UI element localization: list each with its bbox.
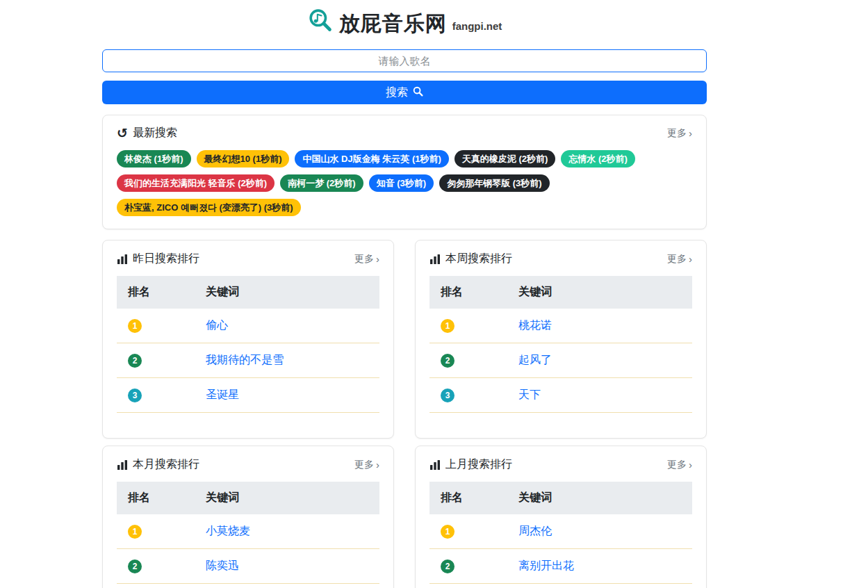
rank-badge: 2 [441, 354, 455, 368]
latest-search-card: ↺ 最新搜索 更多 › 林俊杰 (1秒前) 最终幻想10 (1秒前) 中国山水 … [102, 115, 707, 229]
ranking-card-header: 昨日搜索排行 更多 › [117, 252, 379, 266]
search-tag[interactable]: 知音 (3秒前) [369, 174, 434, 192]
search-tag[interactable]: 最终幻想10 (1秒前) [197, 150, 290, 168]
keyword-link[interactable]: 离别开出花 [518, 560, 574, 571]
chevron-right-icon: › [689, 254, 692, 264]
table-row: 3 天下 [429, 378, 692, 413]
search-tag[interactable]: 南柯一梦 (2秒前) [280, 174, 363, 192]
more-label: 更多 [354, 459, 374, 471]
keyword-link[interactable]: 起风了 [518, 354, 552, 366]
ranking-card-this-week: 本周搜索排行 更多 › 排名 关键词 1 桃花诺 [415, 240, 707, 439]
ranking-table: 排名 关键词 1 桃花诺 2 起风了 3 天下 [429, 276, 692, 413]
keyword-cell: 离别开出花 [507, 549, 692, 584]
keyword-cell: 姑娘别哭泣 [195, 584, 379, 588]
keyword-link[interactable]: 陈奕迅 [206, 560, 239, 571]
keyword-link[interactable]: 天下 [518, 389, 541, 400]
keyword-cell: 偷心 [195, 309, 379, 343]
table-row: 3 圣诞星 [117, 378, 379, 413]
chevron-right-icon: › [689, 459, 692, 470]
page: 放屁音乐网 fangpi.net 搜索 ↺ 最新搜索 更多 › 林俊杰 (1秒前… [102, 0, 707, 588]
ranking-more-link[interactable]: 更多 › [354, 459, 379, 471]
ranking-card-last-month: 上月搜索排行 更多 › 排名 关键词 1 周杰伦 [415, 446, 707, 588]
ranking-card-title: 上月搜索排行 [429, 457, 512, 472]
search-button[interactable]: 搜索 [102, 81, 707, 104]
keyword-link[interactable]: 圣诞星 [206, 389, 239, 400]
table-row: 1 偷心 [117, 309, 379, 343]
latest-search-tags: 林俊杰 (1秒前) 最终幻想10 (1秒前) 中国山水 DJ版金梅 朱云英 (1… [117, 150, 692, 216]
rank-cell: 3 [117, 378, 195, 413]
keyword-cell: 我期待的不是雪 [195, 343, 379, 378]
search-tag[interactable]: 林俊杰 (1秒前) [117, 150, 191, 168]
search-tag[interactable]: 忘情水 (2秒前) [561, 150, 635, 168]
search-tag[interactable]: 中国山水 DJ版金梅 朱云英 (1秒前) [295, 150, 448, 168]
rank-cell: 2 [429, 343, 507, 378]
rank-cell: 2 [429, 549, 507, 584]
site-header: 放屁音乐网 fangpi.net [102, 6, 707, 37]
rank-cell: 3 [429, 378, 507, 413]
keyword-link[interactable]: 周杰伦 [518, 525, 552, 537]
bar-chart-icon [429, 459, 441, 471]
ranking-card-header: 本周搜索排行 更多 › [429, 252, 692, 266]
keyword-cell: 陈奕迅 [195, 549, 379, 584]
ranking-card-yesterday: 昨日搜索排行 更多 › 排名 关键词 1 偷心 [102, 240, 394, 439]
search-tag[interactable]: 天真的橡皮泥 (2秒前) [455, 150, 556, 168]
ranking-more-link[interactable]: 更多 › [667, 253, 692, 266]
ranking-card-title-text: 上月搜索排行 [445, 457, 512, 472]
table-row: 2 我期待的不是雪 [117, 343, 379, 378]
rank-badge: 1 [128, 319, 142, 333]
rank-cell: 3 [429, 584, 507, 588]
more-label: 更多 [667, 127, 687, 140]
rank-badge: 1 [441, 319, 455, 333]
keyword-link[interactable]: 桃花诺 [518, 319, 552, 331]
keyword-link[interactable]: 我期待的不是雪 [206, 354, 284, 366]
more-label: 更多 [354, 253, 374, 266]
ranking-more-link[interactable]: 更多 › [667, 459, 692, 471]
latest-search-title: ↺ 最新搜索 [117, 126, 177, 140]
rank-cell: 1 [429, 514, 507, 549]
chevron-right-icon: › [689, 128, 692, 138]
rank-cell: 2 [117, 343, 195, 378]
table-row: 2 起风了 [429, 343, 692, 378]
rank-cell: 1 [117, 309, 195, 343]
rank-column-header: 排名 [429, 276, 507, 309]
rank-badge: 1 [128, 525, 142, 539]
site-domain: fangpi.net [452, 20, 502, 32]
search-input[interactable] [102, 49, 707, 72]
rank-cell: 3 [117, 584, 195, 588]
keyword-link[interactable]: 偷心 [206, 319, 228, 331]
keyword-link[interactable]: 小莫烧麦 [206, 525, 250, 537]
keyword-cell: 周杰伦 [507, 514, 692, 549]
bar-chart-icon [429, 254, 441, 265]
table-row: 1 周杰伦 [429, 514, 692, 549]
more-label: 更多 [667, 253, 687, 266]
latest-more-link[interactable]: 更多 › [667, 127, 692, 140]
keyword-cell: 圣诞星 [195, 378, 379, 413]
search-tag[interactable]: 我们的生活充满阳光 轻音乐 (2秒前) [117, 174, 275, 192]
rank-badge: 1 [441, 525, 455, 539]
history-icon: ↺ [117, 126, 128, 140]
ranking-card-title: 昨日搜索排行 [117, 252, 199, 266]
rank-cell: 1 [429, 309, 507, 343]
ranking-more-link[interactable]: 更多 › [354, 253, 379, 266]
ranking-table: 排名 关键词 1 小莫烧麦 2 陈奕迅 3 姑娘别哭泣 [117, 482, 379, 588]
rank-column-header: 排名 [117, 276, 195, 309]
ranking-card-title-text: 本月搜索排行 [133, 457, 199, 472]
ranking-card-this-month: 本月搜索排行 更多 › 排名 关键词 1 小莫烧麦 [102, 446, 394, 588]
ranking-card-title: 本周搜索排行 [429, 252, 512, 266]
ranking-card-title-text: 昨日搜索排行 [133, 252, 199, 266]
ranking-table: 排名 关键词 1 周杰伦 2 离别开出花 3 圣诞星 [429, 482, 692, 588]
search-tag[interactable]: 匆匆那年钢琴版 (3秒前) [439, 174, 550, 192]
chevron-right-icon: › [376, 459, 379, 470]
table-row: 2 离别开出花 [429, 549, 692, 584]
ranking-card-header: 本月搜索排行 更多 › [117, 457, 379, 472]
chevron-right-icon: › [376, 254, 379, 264]
search-icon [413, 86, 423, 99]
bar-chart-icon [117, 459, 128, 471]
search-button-label: 搜索 [386, 85, 408, 100]
search-tag[interactable]: 朴宝蓝, ZICO 예뻐졌다 (变漂亮了) (3秒前) [117, 199, 301, 216]
ranking-card-title: 本月搜索排行 [117, 457, 199, 472]
rank-column-header: 排名 [429, 482, 507, 514]
keyword-column-header: 关键词 [507, 482, 692, 514]
rank-cell: 2 [117, 549, 195, 584]
keyword-column-header: 关键词 [507, 276, 692, 309]
